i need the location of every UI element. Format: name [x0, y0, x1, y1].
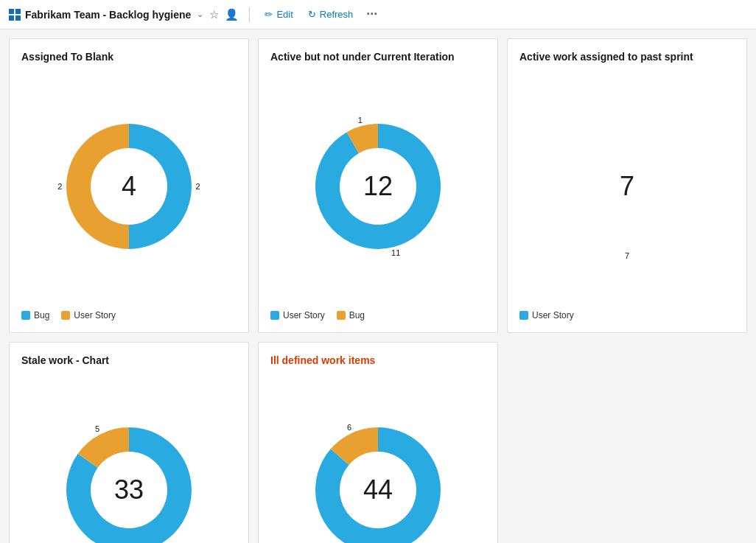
donut-center-assigned-to-blank: 4 [122, 171, 136, 202]
top-bar: Fabrikam Team - Backlog hygiene ⌄ ☆ 👤 ✏ … [0, 0, 756, 29]
chart-area-ill-defined-work: 44386 [270, 375, 486, 543]
refresh-icon: ↻ [308, 9, 316, 20]
divider [249, 7, 250, 22]
star-icon[interactable]: ☆ [209, 8, 219, 21]
legend-dot-User-Story [519, 311, 528, 320]
legend-dot-Bug [21, 311, 30, 320]
person-icon[interactable]: 👤 [225, 8, 239, 21]
donut-wrapper-assigned-to-blank: 422 [55, 113, 203, 260]
chart-title-assigned-to-blank: Assigned To Blank [21, 51, 237, 63]
chart-title-stale-work: Stale work - Chart [21, 354, 237, 366]
dashboard-title: Fabrikam Team - Backlog hygiene [25, 9, 191, 21]
segment-label-active-past-sprint-0: 7 [625, 251, 629, 260]
refresh-button[interactable]: ↻ Refresh [304, 6, 358, 23]
grid-icon [9, 9, 21, 21]
chart-card-stale-work: Stale work - Chart33285User StoryBug [9, 342, 249, 543]
donut-wrapper-active-past-sprint: 77 [553, 113, 701, 260]
legend-active-not-current-iteration: User StoryBug [270, 310, 486, 320]
donut-center-stale-work: 33 [114, 474, 144, 505]
legend-label-Bug: Bug [349, 310, 365, 320]
more-options-button[interactable]: ··· [363, 7, 380, 22]
segment-label-ill-defined-work-1: 6 [347, 423, 351, 432]
chart-area-stale-work: 33285 [21, 375, 237, 543]
legend-assigned-to-blank: BugUser Story [21, 310, 237, 320]
legend-active-past-sprint: User Story [519, 310, 735, 320]
legend-item-assigned-to-blank-User-Story: User Story [61, 310, 116, 320]
donut-wrapper-active-not-current-iteration: 12111 [304, 113, 452, 260]
donut-wrapper-stale-work: 33285 [55, 416, 203, 543]
legend-dot-Bug [337, 311, 346, 320]
legend-label-User-Story: User Story [283, 310, 325, 320]
legend-item-assigned-to-blank-Bug: Bug [21, 310, 49, 320]
segment-label-assigned-to-blank-1: 2 [57, 182, 62, 191]
segment-label-stale-work-1: 5 [95, 424, 99, 433]
donut-center-active-not-current-iteration: 12 [363, 171, 393, 202]
chart-title-active-past-sprint: Active work assigned to past sprint [519, 51, 735, 63]
edit-button[interactable]: ✏ Edit [260, 6, 297, 23]
donut-center-active-past-sprint: 7 [620, 171, 634, 202]
app-title-area: Fabrikam Team - Backlog hygiene [9, 9, 191, 21]
legend-dot-User-Story [270, 311, 279, 320]
chart-card-assigned-to-blank: Assigned To Blank422BugUser Story [9, 38, 249, 333]
legend-label-User-Story: User Story [74, 310, 116, 320]
legend-item-active-not-current-iteration-Bug: Bug [337, 310, 365, 320]
edit-icon: ✏ [265, 9, 273, 20]
legend-label-Bug: Bug [34, 310, 49, 320]
legend-dot-User-Story [61, 311, 70, 320]
legend-item-active-not-current-iteration-User-Story: User Story [270, 310, 325, 320]
chart-area-active-not-current-iteration: 12111 [270, 71, 486, 301]
chart-card-active-past-sprint: Active work assigned to past sprint77Use… [507, 38, 747, 333]
chart-card-active-not-current-iteration: Active but not under Current Iteration12… [258, 38, 498, 333]
chart-area-active-past-sprint: 77 [519, 71, 735, 301]
chevron-down-icon[interactable]: ⌄ [197, 10, 203, 19]
empty-card [507, 342, 747, 543]
segment-label-active-not-current-iteration-1: 1 [358, 116, 363, 125]
segment-label-assigned-to-blank-0: 2 [196, 182, 200, 191]
chart-title-active-not-current-iteration: Active but not under Current Iteration [270, 51, 486, 63]
legend-item-active-past-sprint-User-Story: User Story [519, 310, 574, 320]
legend-label-User-Story: User Story [532, 310, 574, 320]
dashboard-grid: Assigned To Blank422BugUser StoryActive … [0, 29, 756, 543]
chart-title-ill-defined-work: Ill defined work items [270, 354, 486, 366]
donut-wrapper-ill-defined-work: 44386 [304, 416, 452, 543]
chart-area-assigned-to-blank: 422 [21, 71, 237, 301]
chart-card-ill-defined-work: Ill defined work items44386User StoryBug [258, 342, 498, 543]
segment-label-active-not-current-iteration-0: 11 [391, 248, 400, 257]
donut-center-ill-defined-work: 44 [363, 474, 393, 505]
